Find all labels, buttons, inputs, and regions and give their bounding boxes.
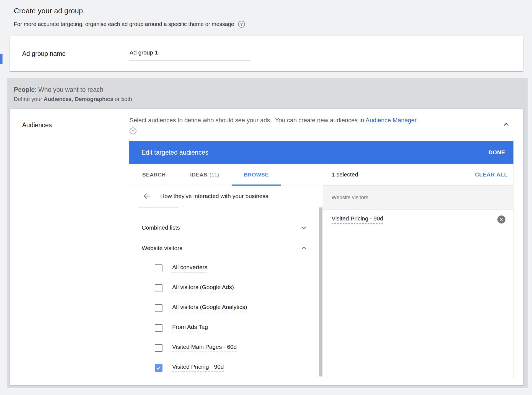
checkbox[interactable] <box>155 344 162 352</box>
ad-group-name-input[interactable] <box>129 49 250 61</box>
scrollbar-thumb[interactable] <box>319 207 322 376</box>
selected-item: Visited Pricing - 90d <box>323 210 513 230</box>
people-section-subtitle: Define your Audiences, Demographics or b… <box>7 96 528 102</box>
audiences-description: Select audiences to define who should se… <box>129 116 513 124</box>
dialog-title: Edit targeted audiences <box>141 149 208 156</box>
people-section-title: People: Who you want to reach <box>7 86 528 93</box>
back-row[interactable]: How they've interacted with your busines… <box>129 186 319 207</box>
page-header: Create your ad group For more accurate t… <box>0 0 532 28</box>
audience-group-label: Website visitors <box>142 245 182 251</box>
section-collapse-button[interactable] <box>502 120 510 129</box>
page-subtitle: For more accurate targeting, organise ea… <box>14 21 234 27</box>
audiences-card: Audiences Select audiences to define who… <box>10 109 523 385</box>
selected-item-label[interactable]: Visited Pricing - 90d <box>332 215 383 224</box>
selected-group-label: Website visitors <box>332 194 368 201</box>
dialog-header: Edit targeted audiences DONE <box>129 141 513 164</box>
chevron-icon[interactable] <box>300 245 308 252</box>
selected-count: 1 selected <box>332 171 358 178</box>
audience-item-label[interactable]: All visitors (Google Analytics) <box>172 304 247 312</box>
checkbox[interactable] <box>155 364 162 372</box>
back-arrow-icon[interactable] <box>143 192 151 200</box>
browse-pane: SEARCH IDEAS (11) BROWSE How they've int… <box>129 164 319 377</box>
audience-list-item: All visitors (Google Analytics) <box>129 298 319 318</box>
help-icon[interactable]: ? <box>130 128 136 134</box>
audience-list-item: From Ads Tag <box>129 318 319 338</box>
audience-list-item: All converters <box>129 258 319 278</box>
tabs: SEARCH IDEAS (11) BROWSE <box>129 164 319 186</box>
audience-group-label: Combined lists <box>142 224 180 231</box>
clipped-list-item-remnant <box>139 207 177 208</box>
audience-items: All converters All visitors (Google Ads)… <box>129 258 319 378</box>
audience-list-item: All visitors (Google Ads) <box>129 278 319 298</box>
audiences-label: Audiences <box>10 109 129 129</box>
page-title: Create your ad group <box>14 7 532 15</box>
ad-group-name-card: Ad group name <box>10 36 523 71</box>
tab[interactable]: SEARCH <box>130 164 178 186</box>
tab-label: BROWSE <box>244 172 269 178</box>
tab-label: SEARCH <box>142 172 166 178</box>
edit-audiences-dialog: Edit targeted audiences DONE SEARCH IDEA… <box>129 141 513 377</box>
done-button[interactable]: DONE <box>489 149 505 156</box>
audience-list-item: Visited Main Pages - 60d <box>129 338 319 358</box>
list-scrollbar[interactable] <box>319 164 323 377</box>
remove-icon[interactable] <box>497 215 505 224</box>
back-label: How they've interacted with your busines… <box>160 193 268 199</box>
audience-group-row[interactable]: Combined lists <box>129 217 319 238</box>
selected-pane: 1 selected CLEAR ALL Website visitors Vi… <box>323 164 513 377</box>
tab[interactable]: BROWSE <box>232 164 281 186</box>
clipped-left-edge-element <box>0 54 2 64</box>
audience-list-item: Visited Pricing - 90d <box>129 358 319 378</box>
audience-item-label[interactable]: All converters <box>172 264 207 272</box>
clear-all-button[interactable]: CLEAR ALL <box>475 171 508 178</box>
audience-group-row[interactable]: Website visitors <box>129 238 319 258</box>
chevron-icon[interactable] <box>300 224 308 231</box>
audience-manager-link[interactable]: Audience Manager. <box>365 117 418 124</box>
checkbox[interactable] <box>155 284 162 292</box>
audience-item-label[interactable]: From Ads Tag <box>172 324 208 332</box>
selected-items: Visited Pricing - 90d <box>323 210 513 230</box>
people-section: People: Who you want to reach Define you… <box>7 78 528 388</box>
audience-groups: Combined lists Website visitors <box>129 217 319 258</box>
checkbox[interactable] <box>155 324 162 332</box>
audience-item-label[interactable]: Visited Main Pages - 60d <box>172 344 237 352</box>
audience-item-label[interactable]: Visited Pricing - 90d <box>172 363 224 372</box>
ad-group-name-label: Ad group name <box>10 50 129 58</box>
help-icon[interactable]: ? <box>238 21 245 28</box>
checkbox[interactable] <box>155 304 162 312</box>
tab[interactable]: IDEAS (11) <box>178 164 232 186</box>
tab-count: (11) <box>210 172 219 178</box>
tab-label: IDEAS <box>190 172 207 178</box>
checkbox[interactable] <box>155 264 162 272</box>
audience-item-label[interactable]: All visitors (Google Ads) <box>172 284 234 292</box>
